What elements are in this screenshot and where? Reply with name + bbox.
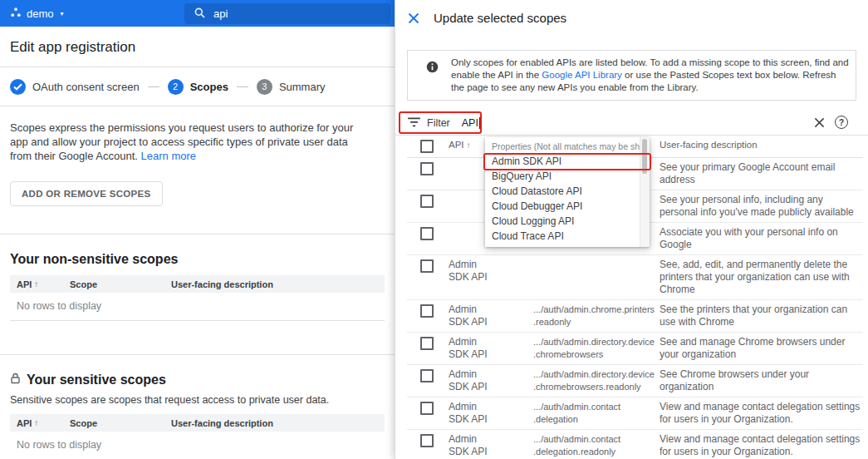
- filter-label[interactable]: Filter: [427, 117, 450, 129]
- search-icon: [184, 7, 213, 21]
- filter-icon: [408, 117, 420, 130]
- dropdown-item-cloud-logging-api[interactable]: Cloud Logging API: [485, 214, 650, 229]
- caret-down-icon: ▾: [61, 10, 64, 17]
- step-connector: [148, 86, 159, 87]
- sensitive-empty-state: No rows to display: [10, 432, 385, 459]
- table-row: Admin SDK API .../auth/admin.directory.d…: [407, 333, 863, 365]
- search-input[interactable]: api: [184, 3, 390, 24]
- nonsensitive-table-header: API↑ Scope User-facing description: [10, 275, 385, 293]
- table-row: Admin SDK API See, add, edit, and perman…: [407, 255, 863, 300]
- dropdown-item-bigquery-api[interactable]: BigQuery API: [485, 169, 650, 184]
- sort-ascending-icon: ↑: [467, 139, 471, 151]
- update-scopes-panel: Update selected scopes Only scopes for e…: [395, 0, 868, 459]
- help-icon[interactable]: ?: [835, 116, 848, 129]
- step-check-icon: [10, 79, 26, 95]
- stepper: OAuth consent screen 2 Scopes 3 Summary: [0, 67, 395, 106]
- text-caret: [479, 117, 480, 129]
- step-scopes[interactable]: 2 Scopes: [168, 79, 228, 95]
- row-checkbox[interactable]: [420, 195, 434, 208]
- row-checkbox[interactable]: [420, 162, 434, 175]
- project-name: demo: [27, 7, 54, 20]
- row-description: Associate you with your personal info on…: [660, 226, 863, 251]
- row-api: Admin SDK API: [449, 304, 500, 328]
- row-checkbox[interactable]: [420, 259, 434, 273]
- step-oauth-consent-screen[interactable]: OAuth consent screen: [10, 79, 140, 95]
- scrollbar-thumb[interactable]: [642, 139, 647, 174]
- row-description: See your primary Google Account email ad…: [660, 161, 863, 186]
- dropdown-item-cloud-datastore-api[interactable]: Cloud Datastore API: [485, 184, 650, 199]
- row-scope: .../auth/admin.contact.delegation.readon…: [533, 433, 660, 458]
- row-description: See Chrome browsers under your organizat…: [660, 368, 863, 393]
- row-scope: .../auth/admin.chrome.printers.readonly: [533, 304, 660, 328]
- top-app-bar: demo ▾ api: [0, 0, 395, 27]
- column-header-description[interactable]: User-facing description: [171, 418, 385, 428]
- project-selector[interactable]: demo ▾: [0, 7, 64, 21]
- learn-more-link[interactable]: Learn more: [141, 150, 196, 162]
- step-label: Summary: [279, 81, 326, 93]
- clear-filter-icon[interactable]: [814, 117, 825, 131]
- sensitive-scopes-title: Your sensitive scopes: [10, 373, 395, 387]
- search-value: api: [213, 7, 228, 20]
- screen: demo ▾ api Edit app registration OAuth c…: [0, 0, 868, 459]
- filter-suggestions-dropdown: Properties (Not all matches may be shown…: [485, 137, 650, 247]
- info-icon: [426, 61, 439, 76]
- step-summary[interactable]: 3 Summary: [257, 79, 326, 95]
- nonsensitive-empty-state: No rows to display: [10, 293, 385, 321]
- page-title: Edit app registration: [10, 39, 385, 56]
- column-header-scope[interactable]: Scope: [70, 418, 171, 428]
- column-header-description[interactable]: User-facing description: [171, 279, 385, 289]
- table-row: Admin SDK API .../auth/admin.contact.del…: [407, 430, 863, 459]
- add-remove-scopes-button[interactable]: ADD OR REMOVE SCOPES: [10, 181, 163, 206]
- row-api: Admin SDK API: [449, 336, 500, 361]
- row-scope: .../auth/admin.contact.delegation: [533, 401, 660, 426]
- sort-ascending-icon: ↑: [34, 418, 38, 427]
- dropdown-item-admin-sdk-api[interactable]: Admin SDK API: [485, 154, 650, 169]
- sensitive-table-header: API↑ Scope User-facing description: [10, 414, 385, 432]
- page-header: Edit app registration: [0, 27, 395, 67]
- row-scope: .../auth/admin.directory.device.chromebr…: [533, 368, 660, 393]
- row-description: View and manage contact delegation setti…: [660, 433, 863, 458]
- row-api: Admin SDK API: [449, 401, 500, 426]
- dropdown-scrollbar[interactable]: [640, 137, 650, 247]
- nonsensitive-scopes-title: Your non-sensitive scopes: [10, 252, 395, 267]
- dropdown-item-cloud-debugger-api[interactable]: Cloud Debugger API: [485, 199, 650, 214]
- column-header-api[interactable]: API↑: [10, 279, 70, 289]
- panel-title: Update selected scopes: [434, 11, 566, 25]
- row-checkbox[interactable]: [420, 227, 434, 240]
- row-checkbox[interactable]: [420, 304, 434, 318]
- step-label: Scopes: [190, 81, 228, 93]
- info-banner: Only scopes for enabled APIs are listed …: [407, 50, 856, 101]
- sensitive-scopes-title-text: Your sensitive scopes: [27, 373, 166, 387]
- divider: [0, 354, 395, 355]
- close-icon[interactable]: [408, 12, 420, 25]
- google-api-library-link[interactable]: Google API Library: [542, 70, 622, 80]
- filter-input[interactable]: API: [462, 117, 478, 129]
- column-header-description[interactable]: User-facing description: [660, 139, 863, 151]
- dropdown-item-cloud-trace-api[interactable]: Cloud Trace API: [485, 229, 650, 244]
- row-checkbox[interactable]: [420, 402, 434, 415]
- column-header-api[interactable]: API↑: [10, 418, 70, 428]
- scopes-intro: Scopes express the permissions you reque…: [10, 121, 369, 163]
- select-all-checkbox[interactable]: [420, 140, 434, 153]
- sort-ascending-icon: ↑: [34, 279, 38, 289]
- row-checkbox[interactable]: [420, 337, 434, 350]
- step-number: 3: [257, 79, 272, 95]
- row-description: See, add, edit, and permanently delete t…: [660, 259, 863, 296]
- step-number: 2: [168, 79, 184, 95]
- filter-bar: Filter API ?: [395, 111, 868, 136]
- sensitive-scopes-subtitle: Sensitive scopes are scopes that request…: [10, 394, 395, 406]
- project-icon: [10, 7, 22, 21]
- row-api: Admin SDK API: [449, 259, 500, 284]
- row-description: See and manage Chrome browsers under you…: [660, 336, 863, 361]
- lock-icon: [10, 373, 21, 387]
- row-api: Admin SDK API: [449, 433, 500, 458]
- divider: [0, 234, 395, 234]
- row-api: Admin SDK API: [449, 368, 500, 393]
- row-description: See your personal info, including any pe…: [660, 194, 863, 219]
- dropdown-section-header: Properties (Not all matches may be shown…: [485, 137, 650, 154]
- step-label: OAuth consent screen: [32, 81, 140, 93]
- row-description: See the printers that your organization …: [660, 304, 863, 328]
- column-header-scope[interactable]: Scope: [70, 279, 171, 289]
- row-checkbox[interactable]: [420, 434, 434, 447]
- row-checkbox[interactable]: [420, 369, 434, 382]
